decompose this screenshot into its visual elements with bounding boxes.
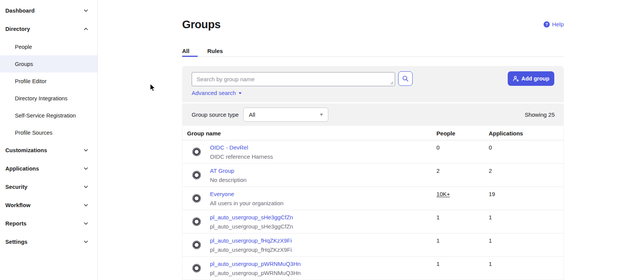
sidebar-item-profile-editor[interactable]: Profile Editor — [0, 72, 97, 90]
applications-count: 1 — [484, 233, 563, 256]
group-description: pl_auto_usergroup_sHe3ggCfZn — [210, 222, 293, 231]
filter-panel: Group source type All Showing 25 — [182, 103, 564, 126]
people-count: 1 — [432, 210, 484, 233]
chevron-down-icon — [83, 8, 89, 13]
sidebar-item-groups[interactable]: Groups — [0, 55, 97, 72]
sidebar-item-security[interactable]: Security — [0, 178, 97, 196]
sidebar: Dashboard Directory People Groups Profil… — [0, 0, 98, 280]
applications-count: 2 — [484, 164, 563, 187]
advanced-search-label: Advanced search — [192, 90, 236, 96]
applications-count: 1 — [484, 210, 563, 233]
active-tab-indicator — [182, 56, 198, 57]
advanced-search-link[interactable]: Advanced search — [192, 90, 242, 96]
chevron-down-icon — [83, 221, 89, 226]
group-search-field — [192, 72, 395, 86]
group-source-type-select[interactable]: All — [243, 108, 328, 122]
sidebar-item-label: Groups — [15, 61, 33, 67]
add-group-icon — [513, 76, 519, 82]
table-row: Everyone All users in your organization … — [182, 187, 564, 210]
group-icon — [192, 217, 201, 226]
chevron-up-icon — [83, 26, 89, 32]
group-name-link[interactable]: AT Group — [210, 166, 234, 175]
sidebar-item-label: Self-Service Registration — [15, 113, 76, 119]
help-label: Help — [552, 21, 564, 27]
column-header-applications: Applications — [484, 127, 563, 140]
table-row: AT Group No description 2 2 — [182, 164, 564, 187]
sidebar-item-label: Directory — [5, 26, 83, 32]
people-count: 0 — [432, 140, 484, 163]
group-description: pl_auto_usergroup_fHqZKzX9Fi — [210, 245, 292, 254]
chevron-down-icon — [83, 203, 89, 208]
sidebar-item-people[interactable]: People — [0, 38, 97, 55]
search-input[interactable] — [192, 72, 395, 86]
sidebar-item-label: Reports — [5, 220, 83, 227]
main-content: Groups ? Help All Rules — [182, 0, 564, 280]
group-icon — [192, 264, 201, 273]
help-link[interactable]: ? Help — [544, 21, 564, 27]
sidebar-item-label: Settings — [5, 239, 83, 245]
add-group-label: Add group — [521, 76, 549, 82]
showing-count: Showing 25 — [525, 103, 555, 126]
people-count: 1 — [432, 257, 484, 280]
group-source-type-label: Group source type — [192, 103, 239, 126]
group-icon — [192, 171, 201, 180]
applications-count: 0 — [484, 140, 563, 163]
select-value: All — [249, 108, 255, 121]
resize-grip-icon[interactable] — [390, 81, 394, 85]
group-name-link[interactable]: pl_auto_usergroup_sHe3ggCfZn — [210, 213, 293, 222]
search-button[interactable] — [398, 71, 413, 86]
sidebar-item-label: Dashboard — [5, 8, 83, 14]
sidebar-item-label: Profile Editor — [15, 78, 47, 84]
help-icon: ? — [544, 21, 550, 27]
sidebar-item-label: Customizations — [5, 147, 83, 153]
people-count: 1 — [432, 233, 484, 256]
table-row: pl_auto_usergroup_fHqZKzX9Fi pl_auto_use… — [182, 233, 564, 257]
chevron-down-icon — [83, 239, 89, 245]
tab-all[interactable]: All — [182, 48, 189, 54]
tab-bar: All Rules — [182, 45, 564, 57]
group-name-link[interactable]: pl_auto_usergroup_pWRNMuQ3Hn — [210, 259, 301, 269]
group-icon — [192, 147, 201, 156]
sidebar-item-dashboard[interactable]: Dashboard — [0, 2, 97, 20]
select-caret-icon — [320, 114, 323, 116]
add-group-button[interactable]: Add group — [508, 71, 554, 86]
table-row: pl_auto_usergroup_pWRNMuQ3Hn pl_auto_use… — [182, 257, 564, 280]
group-icon — [192, 240, 201, 249]
sidebar-item-directory-integrations[interactable]: Directory Integrations — [0, 90, 97, 107]
table-row: OIDC - DevRel OIDC reference Harness 0 0 — [182, 140, 564, 164]
group-name-link[interactable]: OIDC - DevRel — [210, 143, 248, 152]
group-name-link[interactable]: Everyone — [210, 190, 234, 199]
sidebar-item-customizations[interactable]: Customizations — [0, 141, 97, 159]
group-description: pl_auto_usergroup_pWRNMuQ3Hn — [210, 269, 301, 278]
chevron-down-icon — [83, 166, 89, 171]
sidebar-item-label: People — [15, 44, 32, 50]
tab-divider — [182, 56, 564, 57]
group-description: All users in your organization — [210, 199, 284, 208]
column-header-people: People — [432, 127, 484, 140]
sidebar-item-label: Directory Integrations — [15, 95, 68, 101]
sidebar-item-reports[interactable]: Reports — [0, 214, 97, 233]
applications-count: 1 — [484, 257, 563, 280]
page-title: Groups — [182, 18, 221, 31]
sidebar-item-workflow[interactable]: Workflow — [0, 196, 97, 214]
sidebar-item-self-service-registration[interactable]: Self-Service Registration — [0, 107, 97, 124]
chevron-down-icon — [83, 184, 89, 190]
table-header-row: Group name People Applications — [182, 127, 564, 140]
sidebar-item-label: Workflow — [5, 202, 83, 208]
search-icon — [402, 75, 409, 82]
table-row: pl_auto_usergroup_sHe3ggCfZn pl_auto_use… — [182, 210, 564, 233]
tab-rules[interactable]: Rules — [207, 48, 223, 54]
group-icon — [192, 194, 201, 203]
applications-count: 19 — [484, 187, 563, 210]
column-header-group-name: Group name — [182, 127, 432, 140]
sidebar-item-settings[interactable]: Settings — [0, 233, 97, 251]
group-description: OIDC reference Harness — [210, 152, 273, 161]
sidebar-item-directory[interactable]: Directory — [0, 20, 97, 38]
people-count-link[interactable]: 10K+ — [436, 191, 450, 197]
sidebar-item-applications[interactable]: Applications — [0, 159, 97, 178]
search-panel: Add group Advanced search — [182, 66, 564, 102]
sidebar-item-profile-sources[interactable]: Profile Sources — [0, 124, 97, 141]
people-count: 2 — [432, 164, 484, 187]
group-name-link[interactable]: pl_auto_usergroup_fHqZKzX9Fi — [210, 236, 292, 245]
group-description: No description — [210, 175, 247, 185]
